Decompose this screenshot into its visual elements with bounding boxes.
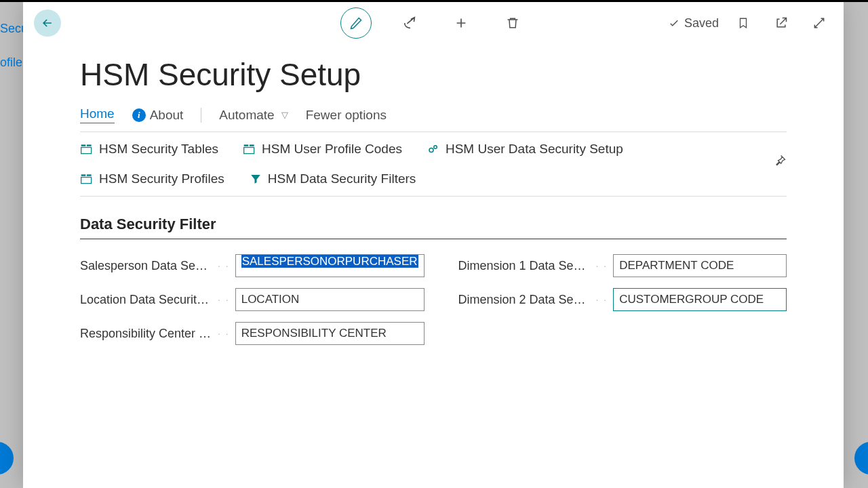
divider: [201, 108, 201, 123]
action-label: HSM User Profile Codes: [262, 142, 402, 157]
svg-rect-1: [87, 144, 92, 146]
svg-rect-2: [81, 148, 92, 154]
tab-about-label: About: [150, 108, 184, 123]
info-icon: i: [132, 108, 146, 122]
field-label: Responsibility Center …: [80, 327, 212, 341]
selected-text: SALESPERSONORPURCHASER: [241, 255, 418, 268]
action-row: HSM Security Tables HSM User Profile Cod…: [80, 132, 787, 197]
delete-button[interactable]: [499, 9, 526, 37]
expand-button[interactable]: [806, 9, 833, 37]
field-label: Dimension 1 Data Sec…: [458, 259, 591, 273]
page-title: HSM Security Setup: [23, 44, 844, 93]
dimension2-input[interactable]: [613, 288, 787, 311]
table-icon: [80, 173, 94, 185]
modal-header: Saved: [23, 2, 844, 44]
back-button[interactable]: [34, 9, 61, 37]
action-label: HSM User Data Security Setup: [446, 142, 623, 157]
tab-automate[interactable]: Automate ▽: [219, 108, 288, 123]
center-actions: [340, 7, 526, 39]
dots: · ·: [596, 260, 608, 271]
action-label: HSM Security Tables: [99, 142, 218, 157]
field-salesperson: Salesperson Data Sec… · · SALESPERSONORP…: [80, 254, 425, 277]
field-responsibility: Responsibility Center … · ·: [80, 322, 425, 345]
action-hsm-user-data-security-setup[interactable]: HSM User Data Security Setup: [427, 142, 623, 157]
action-hsm-data-security-filters[interactable]: HSM Data Security Filters: [249, 171, 416, 186]
table-icon: [243, 143, 256, 155]
field-dimension2: Dimension 2 Data Sec… · ·: [458, 288, 787, 311]
tab-row: Home i About Automate ▽ Fewer options: [80, 93, 787, 132]
edit-button[interactable]: [340, 7, 372, 39]
field-dimension1: Dimension 1 Data Sec… · ·: [458, 254, 787, 277]
field-label: Dimension 2 Data Sec…: [458, 293, 591, 307]
action-label: HSM Data Security Filters: [268, 171, 416, 186]
dots: · ·: [596, 294, 608, 305]
salesperson-input[interactable]: SALESPERSONORPURCHASER: [235, 254, 425, 277]
share-button[interactable]: [396, 9, 423, 37]
svg-rect-4: [250, 144, 254, 146]
svg-rect-5: [244, 148, 254, 154]
svg-rect-10: [81, 178, 92, 184]
fab-left[interactable]: [0, 442, 14, 474]
action-hsm-security-tables[interactable]: HSM Security Tables: [80, 142, 218, 157]
section-title: Data Security Filter: [80, 216, 787, 239]
svg-rect-9: [87, 174, 92, 176]
popout-button[interactable]: [768, 9, 795, 37]
action-label: HSM Security Profiles: [99, 171, 224, 186]
dots: · ·: [218, 260, 230, 271]
form-grid: Salesperson Data Sec… · · SALESPERSONORP…: [80, 254, 787, 345]
action-hsm-security-profiles[interactable]: HSM Security Profiles: [80, 171, 224, 186]
saved-status: Saved: [668, 16, 719, 30]
field-location: Location Data Securit… · ·: [80, 288, 425, 311]
right-actions: Saved: [668, 9, 833, 37]
svg-rect-0: [81, 144, 86, 146]
svg-point-6: [429, 148, 433, 152]
tab-fewer-options[interactable]: Fewer options: [306, 108, 387, 123]
dots: · ·: [218, 294, 230, 305]
svg-point-7: [434, 146, 437, 149]
new-button[interactable]: [448, 9, 475, 37]
field-label: Salesperson Data Sec…: [80, 259, 212, 273]
filter-icon: [249, 173, 262, 185]
fab-right[interactable]: [854, 442, 868, 474]
tab-home[interactable]: Home: [80, 106, 115, 123]
tab-automate-label: Automate: [219, 108, 274, 123]
svg-rect-8: [81, 174, 86, 176]
responsibility-input[interactable]: [235, 322, 425, 345]
pin-button[interactable]: [773, 154, 787, 170]
action-hsm-user-profile-codes[interactable]: HSM User Profile Codes: [243, 142, 402, 157]
saved-label: Saved: [684, 16, 719, 30]
chevron-down-icon: ▽: [281, 110, 288, 120]
dots: · ·: [218, 328, 230, 339]
bookmark-button[interactable]: [730, 9, 757, 37]
dimension1-input[interactable]: [613, 254, 787, 277]
table-icon: [80, 143, 94, 155]
tab-about[interactable]: i About: [132, 108, 184, 123]
field-label: Location Data Securit…: [80, 293, 212, 307]
page-modal: Saved HSM Security Setup Home i About Au…: [23, 2, 844, 488]
svg-rect-3: [244, 144, 249, 146]
gears-icon: [427, 143, 440, 155]
bg-text: ofile: [0, 56, 22, 70]
location-input[interactable]: [235, 288, 425, 311]
